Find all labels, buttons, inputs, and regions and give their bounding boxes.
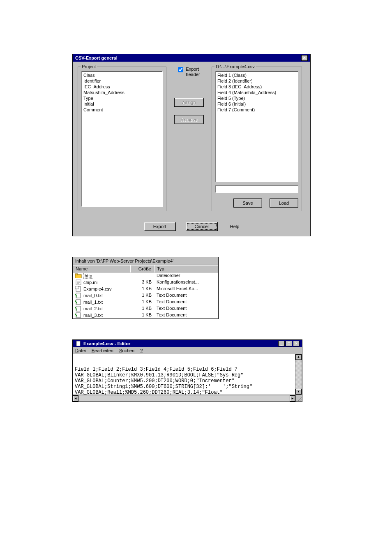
file-row[interactable]: chip.ini3 KBKonfigurationseinst... xyxy=(73,279,218,286)
project-legend: Project xyxy=(81,64,97,69)
file-size xyxy=(130,273,154,279)
explorer-rows: httpDateiordnerchip.ini3 KBKonfiguration… xyxy=(73,272,218,319)
export-button[interactable]: Export xyxy=(144,222,176,231)
file-type: Text Document xyxy=(154,299,218,305)
svg-line-16 xyxy=(301,401,302,401)
file-name: mail_0.txt xyxy=(83,293,103,298)
file-row[interactable]: mail_1.txt1 KBText Document xyxy=(73,299,218,305)
file-row[interactable]: x,aExample4.csv1 KBMicrosoft Excel-Ko... xyxy=(73,286,218,292)
col-name[interactable]: Name xyxy=(73,265,130,272)
export-header-checkbox[interactable]: Export header xyxy=(178,67,200,77)
close-icon[interactable]: ✕ xyxy=(293,341,300,346)
file-type: Dateiordner xyxy=(154,273,218,279)
csv-export-dialog: CSV-Export general ✕ Project Class Ident… xyxy=(72,54,311,236)
col-type[interactable]: Typ xyxy=(154,265,218,272)
assign-button[interactable]: Assign xyxy=(174,98,204,107)
file-name: Example4.csv xyxy=(83,286,111,291)
txt-icon xyxy=(75,312,82,318)
menu-datei[interactable]: Datei xyxy=(75,348,86,353)
dialog-title: CSV-Export general xyxy=(75,55,118,60)
ini-icon xyxy=(75,279,82,285)
editor-window: Example4.csv - Editor _ □ ✕ Datei Bearbe… xyxy=(72,339,302,402)
destination-group: D:\...\Example4.csv Field 1 (Class) Fiel… xyxy=(212,67,302,211)
folder-icon xyxy=(75,273,82,279)
save-button[interactable]: Save xyxy=(233,199,262,208)
scrollbar-vertical[interactable]: ▲ ▼ xyxy=(295,354,302,395)
svg-rect-13 xyxy=(76,341,80,346)
destination-legend: D:\...\Example4.csv xyxy=(214,64,256,69)
csv-icon: x,a xyxy=(75,286,82,292)
maximize-icon[interactable]: □ xyxy=(286,341,292,346)
txt-icon xyxy=(75,299,82,305)
svg-text:x,a: x,a xyxy=(76,286,79,289)
file-name: mail_1.txt xyxy=(83,300,103,305)
menu-suchen[interactable]: Suchen xyxy=(119,348,134,353)
close-icon[interactable]: ✕ xyxy=(301,55,308,61)
remove-button[interactable]: Remove xyxy=(174,115,204,124)
dialog-titlebar: CSV-Export general ✕ xyxy=(73,54,310,62)
cancel-button[interactable]: Cancel xyxy=(186,222,218,231)
editor-textarea[interactable]: Field 1;Field 2;Field 3;Field 4;Field 5;… xyxy=(73,354,302,395)
file-row[interactable]: mail_3.txt1 KBText Document xyxy=(73,312,218,319)
txt-icon xyxy=(75,306,82,312)
editor-content: Field 1;Field 2;Field 3;Field 4;Field 5;… xyxy=(75,367,300,395)
file-size: 1 KB xyxy=(130,286,154,292)
col-size[interactable]: Größe xyxy=(130,265,154,272)
destination-selection[interactable] xyxy=(215,185,298,193)
file-name: chip.ini xyxy=(83,280,97,285)
editor-menubar: Datei Bearbeiten Suchen ? xyxy=(73,347,302,354)
file-row[interactable]: httpDateiordner xyxy=(73,272,218,279)
editor-title: Example4.csv - Editor xyxy=(83,341,130,346)
file-size: 1 KB xyxy=(130,299,154,305)
menu-bearbeiten[interactable]: Bearbeiten xyxy=(92,348,113,353)
export-header-label: Export header xyxy=(186,67,200,77)
file-size: 3 KB xyxy=(130,279,154,285)
project-group: Project Class Identifier IEC_Address Mat… xyxy=(78,67,166,211)
file-name: mail_2.txt xyxy=(83,306,103,311)
file-size: 1 KB xyxy=(130,312,154,318)
file-type: Microsoft Excel-Ko... xyxy=(154,286,218,292)
middle-controls: Export header Assign Remove xyxy=(171,67,208,211)
file-row[interactable]: mail_0.txt1 KBText Document xyxy=(73,292,218,299)
scroll-down-icon[interactable]: ▼ xyxy=(295,389,302,395)
scroll-up-icon[interactable]: ▲ xyxy=(295,354,302,360)
file-name: mail_3.txt xyxy=(83,313,103,318)
file-size: 1 KB xyxy=(130,293,154,298)
menu-help[interactable]: ? xyxy=(140,348,143,353)
export-header-input[interactable] xyxy=(178,67,183,72)
load-button[interactable]: Load xyxy=(270,199,298,208)
help-button[interactable]: Help xyxy=(230,224,240,229)
explorer-panel: Inhalt von 'D:\FP Web-Server Projects\Ex… xyxy=(72,257,219,319)
document-icon xyxy=(75,341,82,346)
file-row[interactable]: mail_2.txt1 KBText Document xyxy=(73,305,218,312)
txt-icon xyxy=(75,293,82,298)
file-size: 1 KB xyxy=(130,306,154,312)
minimize-icon[interactable]: _ xyxy=(278,341,285,346)
file-type: Konfigurationseinst... xyxy=(154,279,218,285)
explorer-columns: Name Größe Typ xyxy=(73,265,218,272)
svg-rect-1 xyxy=(75,274,78,275)
file-type: Text Document xyxy=(154,293,218,298)
project-listbox[interactable]: Class Identifier IEC_Address Matsushita_… xyxy=(81,71,163,207)
top-rule xyxy=(35,29,357,29)
file-name: http xyxy=(83,273,93,279)
explorer-header: Inhalt von 'D:\FP Web-Server Projects\Ex… xyxy=(73,257,218,265)
file-type: Text Document xyxy=(154,312,218,318)
destination-listbox[interactable]: Field 1 (Class) Field 2 (Identifier) Fie… xyxy=(215,71,298,182)
editor-titlebar: Example4.csv - Editor _ □ ✕ xyxy=(73,340,302,347)
file-type: Text Document xyxy=(154,306,218,312)
